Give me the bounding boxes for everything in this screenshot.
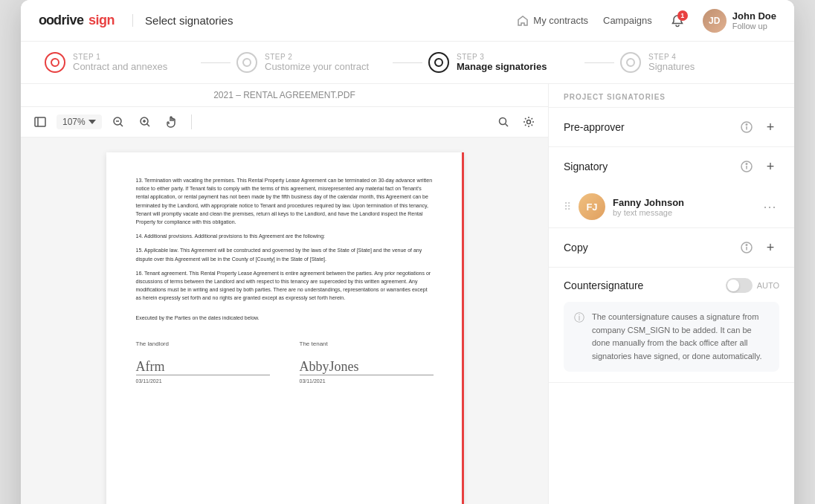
copy-add-button[interactable]: + xyxy=(761,239,779,256)
notification-button[interactable]: 1 xyxy=(667,10,688,31)
copy-section: Copy + xyxy=(549,228,794,268)
gear-icon xyxy=(523,116,535,128)
avatar: JD xyxy=(703,9,727,33)
pdf-content[interactable]: 13. Termination with vacating the premis… xyxy=(21,138,548,504)
sidebar-toggle-button[interactable] xyxy=(30,112,51,132)
step-3-name: Manage signatories xyxy=(457,61,547,72)
settings-button[interactable] xyxy=(518,112,539,132)
signatory-more-button[interactable]: ⋯ xyxy=(760,196,779,218)
copy-label: Copy xyxy=(564,242,588,253)
main-content: 2021 – RENTAL AGREEMENT.PDF 107% xyxy=(21,84,794,504)
pdf-filename: 2021 – RENTAL AGREEMENT.PDF xyxy=(21,84,548,107)
chevron-down-icon xyxy=(88,120,96,124)
step-3-text: STEP 3 Manage signatories xyxy=(457,53,547,72)
signatory-label: Signatory xyxy=(564,161,608,172)
signatory-name: Fanny Johnson xyxy=(613,197,753,208)
pre-approver-header[interactable]: Pre-approver + xyxy=(549,108,794,146)
steps-bar: STEP 1 Contract and annexes STEP 2 Custo… xyxy=(21,42,794,84)
pdf-toolbar: 107% xyxy=(21,107,548,138)
logo-oo: oo xyxy=(39,13,54,28)
pdf-paragraph-1: 13. Termination with vacating the premis… xyxy=(136,176,434,226)
topbar-right: My contracts Campaigns 1 JD John Doe Fol… xyxy=(517,9,776,33)
signatory-header[interactable]: Signatory + xyxy=(549,147,794,186)
svg-line-8 xyxy=(120,124,123,127)
step-2-name: Customize your contract xyxy=(265,61,369,72)
svg-point-1 xyxy=(243,59,251,66)
countersignature-header: Countersignature AUTO xyxy=(564,278,779,293)
toolbar-separator xyxy=(191,114,192,129)
user-area[interactable]: JD John Doe Follow up xyxy=(703,9,776,33)
page-title: Select signatories xyxy=(132,14,233,27)
step-1[interactable]: STEP 1 Contract and annexes xyxy=(45,52,195,73)
topbar: oodrive sign Select signatories My contr… xyxy=(21,0,794,42)
svg-point-24 xyxy=(746,245,747,246)
pre-approver-label: Pre-approver xyxy=(564,121,625,133)
landlord-sig-line: Afrm xyxy=(136,353,270,375)
step-3[interactable]: STEP 3 Manage signatories xyxy=(428,52,579,73)
step-2[interactable]: STEP 2 Customize your contract xyxy=(236,52,387,73)
campaigns-link[interactable]: Campaigns xyxy=(603,15,652,26)
signatory-section: Signatory + ⠿ xyxy=(549,147,794,228)
step-4-text: STEP 4 Signatures xyxy=(648,53,695,72)
sidebar-icon xyxy=(34,117,46,127)
step-divider-1 xyxy=(201,62,231,63)
step-4[interactable]: STEP 4 Signatures xyxy=(620,52,770,73)
toggle-area: AUTO xyxy=(726,278,779,293)
logo-drive: drive xyxy=(54,13,84,28)
signatory-add-button[interactable]: + xyxy=(761,158,779,175)
hand-tool-button[interactable] xyxy=(161,112,182,132)
logo-sign: sign xyxy=(88,13,115,28)
step-3-circle xyxy=(428,52,449,73)
pdf-executed-label: Executed by the Parties on the dates ind… xyxy=(136,314,434,322)
app-logo: oodrive sign xyxy=(39,13,115,28)
toolbar-right xyxy=(493,112,539,132)
step-4-circle xyxy=(620,52,641,73)
signatory-method: by text message xyxy=(613,208,753,217)
pdf-panel: 2021 – RENTAL AGREEMENT.PDF 107% xyxy=(21,84,549,504)
step-1-label: STEP 1 xyxy=(73,53,167,61)
campaigns-label: Campaigns xyxy=(603,15,652,26)
signatory-avatar: FJ xyxy=(579,193,605,220)
signatory-info-button[interactable] xyxy=(738,158,756,175)
user-name: John Doe xyxy=(732,10,776,22)
step-2-text: STEP 2 Customize your contract xyxy=(265,53,369,72)
pre-approver-add-button[interactable]: + xyxy=(761,118,779,136)
tenant-sig-block: The tenant AbbyJones 03/11/2021 xyxy=(300,340,434,384)
pdf-paragraph-3: 15. Applicable law. This Agreement will … xyxy=(136,246,434,262)
signatory-actions: + xyxy=(738,158,779,175)
user-info: John Doe Follow up xyxy=(732,10,776,30)
zoom-out-icon xyxy=(113,117,123,127)
zoom-value: 107% xyxy=(62,117,86,127)
step-divider-3 xyxy=(584,62,614,63)
tenant-date: 03/11/2021 xyxy=(300,378,434,384)
landlord-sig-block: The landlord Afrm 03/11/2021 xyxy=(136,340,270,384)
pdf-red-line xyxy=(462,152,464,504)
svg-rect-4 xyxy=(35,117,45,126)
svg-point-15 xyxy=(527,120,531,124)
search-button[interactable] xyxy=(493,112,514,132)
signatory-entry-fanny[interactable]: ⠿ FJ Fanny Johnson by text message ⋯ xyxy=(549,186,794,227)
copy-info-button[interactable] xyxy=(738,239,756,256)
my-contracts-link[interactable]: My contracts xyxy=(517,15,588,27)
signatory-info: Fanny Johnson by text message xyxy=(613,197,753,217)
pre-approver-info-button[interactable] xyxy=(738,118,756,136)
hand-icon xyxy=(166,116,178,128)
svg-point-18 xyxy=(746,124,747,126)
zoom-out-button[interactable] xyxy=(108,112,129,132)
home-icon xyxy=(517,15,529,27)
svg-line-12 xyxy=(146,124,149,127)
signatures-area: The landlord Afrm 03/11/2021 The tenant … xyxy=(136,340,434,384)
info-icon xyxy=(741,121,753,133)
zoom-display[interactable]: 107% xyxy=(57,114,102,129)
zoom-in-button[interactable] xyxy=(135,112,155,132)
countersignature-toggle[interactable] xyxy=(726,278,753,293)
step-2-circle xyxy=(236,52,257,73)
countersignature-section: Countersignature AUTO ⓘ The countersigna… xyxy=(549,268,794,383)
toggle-auto-label: AUTO xyxy=(757,281,779,290)
copy-header[interactable]: Copy + xyxy=(549,228,794,267)
countersignature-label: Countersignature xyxy=(564,280,643,291)
svg-point-2 xyxy=(435,59,442,66)
countersignature-info-text: The countersignature causes a signature … xyxy=(592,311,769,363)
toggle-knob xyxy=(727,280,739,291)
landlord-date: 03/11/2021 xyxy=(136,378,270,384)
